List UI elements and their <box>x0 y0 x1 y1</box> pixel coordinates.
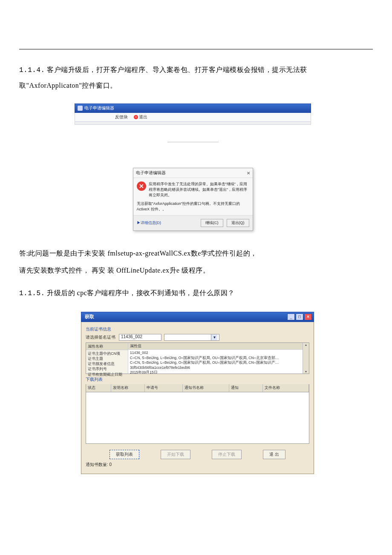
close-icon[interactable]: ✕ <box>247 171 250 175</box>
col-notice: 通知书名称 <box>183 384 229 392</box>
section-1-1-4: 1.1.4. 客户端升级后，打开客户端程序、导入案卷包、打开客户端模板会报错，提… <box>19 62 373 93</box>
window-titlebar: 电子申请编辑器 <box>75 104 311 113</box>
fetch-list-button[interactable]: 获取列表 <box>110 450 139 459</box>
exit-button[interactable]: 退 出 <box>263 450 285 459</box>
section-1-1-5: 1.1.5. 升级后的 cpc客户端程序中，接收不到通知书，是什么原因？ <box>19 285 373 301</box>
window-title: 获取 <box>85 313 94 320</box>
val-row: C=CN, S=BeiJing, L=BeiJing, O=国家知识产权局, O… <box>130 360 301 365</box>
attribute-table: 属性名称 证书主题中的CN项 证书主题 证书颁发者信息 证书序列号 证书有效期截… <box>86 342 309 374</box>
val-row: C=CN, S=BeiJing, L=BeiJing, O=国家知识产权局, O… <box>130 356 301 360</box>
toolbar: 反馈块 × 退出 <box>75 113 311 122</box>
download-list-header: 状态 发明名称 申请号 通知书名称 通知 文件名称 <box>86 384 309 392</box>
attribute-values-col: 属性值 11436_002 C=CN, S=BeiJing, L=BeiJing… <box>128 343 303 374</box>
close-icon[interactable]: × <box>304 313 312 320</box>
error-message-2: 无法获取"AxforApplication"控件的窗口句柄。不支持无窗口的 Ac… <box>137 201 249 212</box>
dialog-titlebar: 电子申请编辑器 ✕ <box>133 168 253 178</box>
chevron-down-icon: ▾ <box>211 334 217 340</box>
attr-row: 证书有效期截止日期 <box>88 372 126 377</box>
col-name: 发明名称 <box>111 384 145 392</box>
figure-1: 电子申请编辑器 反馈块 × 退出 电子申请编辑器 ✕ <box>19 104 373 231</box>
section-number: 1.1.4. <box>19 66 45 74</box>
attr-row: 证书主题中的CN项 <box>88 351 126 356</box>
answer-line-1: 答:此问题一般是由于未安装 fmlsetup-ax-greatWallCS.ex… <box>19 246 373 261</box>
val-row: 30f5430b56f0a1cce1ef978efe1bed96 <box>130 365 301 370</box>
val-row: 11436_002 <box>130 351 301 355</box>
attribute-names-col: 属性名称 证书主题中的CN项 证书主题 证书颁发者信息 证书序列号 证书有效期截… <box>86 343 128 374</box>
error-message-1: 应用程序中发生了无法处理的异常。如果单击"继续"，应用程序将忽略此错误并尝试继续… <box>149 181 249 198</box>
cert-heading: 当前证书信息 <box>86 326 309 332</box>
toolbar-feedback-button[interactable]: 反馈块 <box>113 114 130 120</box>
toolbar-feedback-label: 反馈块 <box>115 114 128 120</box>
attr-row: 证书颁发者信息 <box>88 361 126 366</box>
attr-name-header: 属性名称 <box>86 343 128 350</box>
cert-select-row: 请选择签名证书 11436_002 ▾ <box>86 334 309 341</box>
section-number: 1.1.5. <box>19 290 45 297</box>
cert-id-field[interactable]: 11436_002 <box>119 334 161 341</box>
window-title: 电子申请编辑器 <box>84 105 114 111</box>
exit-icon: × <box>134 115 138 119</box>
download-list-heading: 下载列表 <box>86 377 309 382</box>
figure-2: 获取 _ □ × 当前证书信息 请选择签名证书 11436_002 ▾ <box>19 312 373 474</box>
minimize-icon[interactable]: _ <box>287 313 295 320</box>
quit-button[interactable]: 退出(Q) <box>227 219 249 227</box>
val-row: 2015年09月15日 <box>130 370 301 374</box>
button-bar: 获取列表 开始下载 停止下载 退 出 <box>86 450 309 459</box>
col-appno: 申请号 <box>145 384 183 392</box>
dialog-footer: ▶详细信息(D) 继续(C) 退出(Q) <box>133 215 253 230</box>
col-notify: 通知 <box>229 384 263 392</box>
scroll-down-icon[interactable]: ▾ <box>305 370 307 374</box>
sub-toolbar <box>75 122 311 125</box>
attr-value-header: 属性值 <box>128 343 303 350</box>
details-button[interactable]: ▶详细信息(D) <box>137 220 161 226</box>
app-window-screenshot: 电子申请编辑器 反馈块 × 退出 电子申请编辑器 ✕ <box>75 104 311 231</box>
receive-window-screenshot: 获取 _ □ × 当前证书信息 请选择签名证书 11436_002 ▾ <box>81 312 314 474</box>
attr-row: 证书序列号 <box>88 366 126 371</box>
notice-count: 通知书数量: 0 <box>86 462 309 468</box>
answer-line-2: 请先安装数学式控件， 再安 装 OffLineUpdate.ex升e 级程序。 <box>19 263 373 278</box>
window-titlebar: 获取 _ □ × <box>81 312 314 322</box>
section-text: 升级后的 cpc客户端程序中，接收不到通知书，是什么原因？ <box>47 289 235 296</box>
col-file: 文件名称 <box>263 384 309 392</box>
dialog-body: ✕ 应用程序中发生了无法处理的异常。如果单击"继续"，应用程序将忽略此错误并尝试… <box>133 178 253 215</box>
faint-underline <box>167 142 219 142</box>
cert-select-label: 请选择签名证书 <box>86 334 116 340</box>
app-icon <box>78 106 83 111</box>
stop-download-button[interactable]: 停止下载 <box>212 450 242 459</box>
toolbar-exit-label: 退出 <box>139 114 147 120</box>
scroll-up-icon[interactable]: ▴ <box>305 343 307 347</box>
start-download-button[interactable]: 开始下载 <box>161 450 190 459</box>
attr-row: 证书主题 <box>88 356 126 361</box>
maximize-icon[interactable]: □ <box>296 313 303 320</box>
top-rule <box>19 49 373 49</box>
window-body: 当前证书信息 请选择签名证书 11436_002 ▾ 属性名称 证书主题中的CN… <box>81 322 314 474</box>
toolbar-exit-button[interactable]: × 退出 <box>132 114 149 120</box>
dialog-title: 电子申请编辑器 <box>136 170 166 176</box>
continue-button[interactable]: 继续(C) <box>201 219 223 227</box>
error-icon: ✕ <box>137 181 146 191</box>
col-status: 状态 <box>86 384 111 392</box>
error-dialog: 电子申请编辑器 ✕ ✕ 应用程序中发生了无法处理的异常。如果单击"继续"，应用程… <box>133 168 253 231</box>
section-text: 客户端升级后，打开客户端程序、导入案卷包、打开客户端模板会报错，提示无法获取"A… <box>19 66 307 89</box>
scrollbar[interactable]: ▴ ▾ <box>303 343 309 374</box>
download-list-body <box>86 392 309 444</box>
cert-dropdown[interactable]: ▾ <box>164 334 219 341</box>
